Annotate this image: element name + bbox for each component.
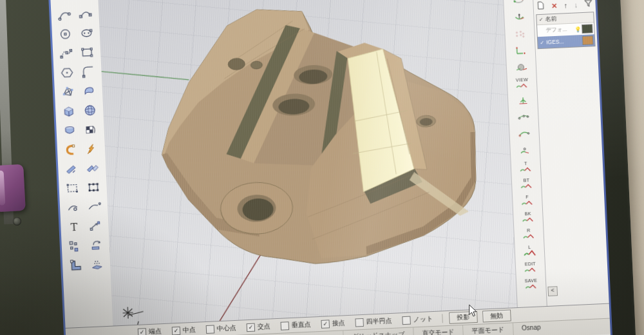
layer-color-swatch[interactable] [582,24,593,34]
interp-curve-button[interactable] [55,43,77,63]
macro-button-rg-dot[interactable] [510,142,540,160]
checkbox[interactable]: ✓ [138,328,147,335]
sweep-checker-icon [84,122,98,137]
macro-button-t[interactable]: T [511,158,540,177]
grips-rect-button[interactable] [82,177,104,197]
axis-x-green [102,68,189,84]
mesh-patch-button[interactable] [57,82,79,102]
rotate-button[interactable] [85,235,107,255]
array-squares-button[interactable] [64,236,86,256]
macro-button-bk[interactable]: BK [513,209,543,227]
extend-curve-button[interactable] [83,196,105,216]
point-move-button[interactable] [84,216,106,236]
osnap-接点[interactable]: ✓接点 [316,318,350,329]
move-layer-down-button[interactable]: ↓ [574,1,578,8]
revolve-button[interactable] [59,120,80,140]
rotate-icon [89,238,103,253]
layer-check-icon[interactable] [537,31,545,32]
layers-name-column-header: 名前 [545,15,557,24]
macro-button-l[interactable]: L [515,242,544,260]
無効-button[interactable]: 無効 [482,310,511,323]
flatten-button[interactable] [86,254,108,274]
osnap-ノット[interactable]: ノット [397,314,438,325]
arc-handles-icon [79,6,93,21]
curve-point-button[interactable] [62,197,84,217]
sphere-button[interactable] [79,100,101,120]
layer-color-swatch[interactable] [582,35,594,45]
macro-button-save[interactable]: SAVE [516,276,546,294]
ellipse-icon [79,26,93,40]
osnap-端点[interactable]: ✓端点 [133,327,167,335]
status-平面モード[interactable]: 平面モード [462,323,513,335]
sweep-checker-button[interactable] [80,119,102,139]
split-blue-button[interactable] [82,158,104,178]
osnap-中心点[interactable]: 中心点 [201,323,242,334]
macro-button-view[interactable]: VIEW [507,75,537,93]
osnap-label: 端点 [149,327,162,335]
explode-orange-button[interactable] [80,139,102,158]
macro-button-f[interactable]: F [513,192,542,210]
fillet-c-orange-button[interactable] [59,140,81,160]
macro-button-anchor[interactable] [504,8,534,26]
bezel-screw [13,217,21,225]
macro-button-shaded-sphere[interactable] [506,58,536,76]
filter-layers-button[interactable] [584,0,592,10]
macro-button-rg-points[interactable] [509,108,538,126]
split-blue-icon [86,161,100,175]
rg-points-icon [517,113,531,122]
photo-of-monitor: T [0,0,644,335]
layers-rows: デフォ...💡✓IGES... [537,23,595,48]
status-Osnap[interactable]: Osnap [513,321,549,335]
checkbox[interactable] [402,316,411,325]
macro-button-rg-curve[interactable] [509,125,539,143]
axis-icon [514,46,527,55]
box-button[interactable] [58,101,80,121]
osnap-交点[interactable]: ✓交点 [242,321,276,332]
delete-layer-button[interactable]: ✕ [551,2,558,9]
osnap-四半円点[interactable]: 四半円点 [350,316,397,327]
osnap-垂直点[interactable]: 垂直点 [275,320,316,330]
macro-button-edit[interactable]: EDIT [516,259,545,277]
viewport-canvas[interactable] [97,0,517,326]
text-button[interactable]: T [63,216,85,236]
checkbox[interactable]: ✓ [247,323,256,332]
rg-check-icon [525,283,538,292]
cad-model-drawing [97,0,517,326]
macro-label: T [524,161,527,166]
curve-handles-button[interactable] [53,5,75,24]
macro-button-dots-hex[interactable] [505,24,535,43]
rectangle-icon [80,45,95,59]
move-layer-up-button[interactable]: ↑ [564,2,568,9]
layer-name: デフォ... [545,26,575,35]
checkbox[interactable]: ✓ [172,326,181,335]
box-icon [62,104,76,118]
layer-check-icon[interactable]: ✓ [538,39,546,46]
anchor-icon [513,13,526,21]
trim-blue-button[interactable] [61,159,82,179]
arc-handles-button[interactable] [75,3,97,23]
corner-blue-button[interactable] [65,255,87,275]
rectangle-button[interactable] [77,42,99,62]
ellipse-button[interactable] [75,23,97,43]
header-check-icon: ✓ [536,17,545,23]
layer-row[interactable]: ✓IGES... [538,34,595,48]
macro-button-axis[interactable] [506,41,535,59]
panel-scroll-left-button[interactable]: < [547,286,558,296]
checkbox[interactable] [355,318,364,327]
layer-visibility-bulb-icon[interactable]: 💡 [574,26,581,32]
osnap-中点[interactable]: ✓中点 [167,325,202,335]
new-document-icon [536,1,545,10]
new-layer-button[interactable] [536,1,545,13]
fillet-corner-button[interactable] [77,61,99,81]
macro-button-bt[interactable]: BT [512,175,542,193]
checkbox[interactable]: ✓ [321,320,330,329]
macro-button-rg-branch[interactable] [508,91,538,110]
status-直交モード[interactable]: 直交モード [413,325,463,335]
checkbox[interactable] [206,325,215,334]
checkbox[interactable] [280,321,289,330]
select-rect-button[interactable] [61,178,83,198]
circle-center-button[interactable] [54,24,76,44]
macro-button-r[interactable]: R [514,225,544,244]
polygon-button[interactable] [56,62,78,82]
surface-blend-button[interactable] [78,81,100,100]
